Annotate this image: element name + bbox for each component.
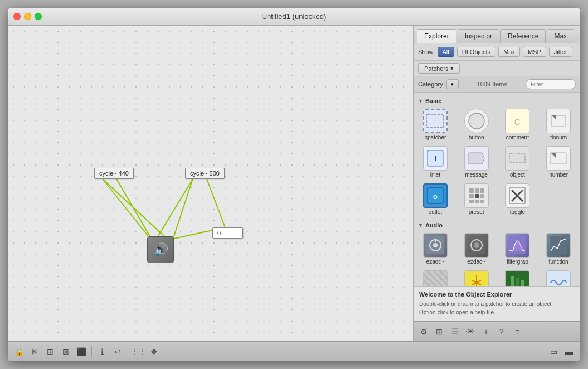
toolbar-right: ▭ ▬ xyxy=(547,345,576,358)
cycle-500-node[interactable]: cycle~ 500 xyxy=(185,168,225,179)
patchers-arrow: ▾ xyxy=(450,65,454,72)
traffic-lights xyxy=(13,13,42,20)
show-msp-button[interactable]: MSP xyxy=(523,47,546,57)
window-title: Untitled1 (unlocked) xyxy=(262,12,327,21)
ezdac-label: ezdac~ xyxy=(467,259,485,265)
info-button[interactable]: ℹ xyxy=(95,345,109,358)
snap-button[interactable]: ❖ xyxy=(147,345,161,358)
help-button[interactable]: ? xyxy=(495,325,508,338)
toggle-icon xyxy=(505,183,529,208)
bpatcher-icon xyxy=(423,109,448,133)
obj-object[interactable]: object xyxy=(498,144,537,179)
svg-rect-7 xyxy=(427,114,444,128)
basic-label: Basic xyxy=(425,98,441,104)
obj-ezdac[interactable]: ezdac~ xyxy=(457,231,496,266)
show-max-button[interactable]: Max xyxy=(498,47,520,57)
svg-rect-20 xyxy=(475,188,479,193)
show-all-button[interactable]: All xyxy=(438,47,454,57)
grid-button[interactable]: ⋮⋮ xyxy=(132,345,145,358)
tab-inspector[interactable]: Inspector xyxy=(458,29,499,43)
obj-ezadc[interactable]: ezadc~ xyxy=(416,231,455,266)
flonum-icon xyxy=(546,109,571,133)
tab-reference[interactable]: Reference xyxy=(500,29,546,43)
message-icon xyxy=(464,146,489,171)
right-panel: Explorer Inspector Reference Max Show Al… xyxy=(413,26,580,341)
button-label: button xyxy=(469,134,484,140)
connections-svg xyxy=(8,26,413,341)
preset-icon xyxy=(464,183,489,208)
obj-audio-r2-2[interactable] xyxy=(457,269,496,286)
minimize-button[interactable] xyxy=(24,13,31,20)
obj-inlet[interactable]: i inlet xyxy=(416,144,455,179)
audio-r2-1-icon xyxy=(423,270,448,286)
basic-section-header[interactable]: ▼ Basic xyxy=(416,96,578,106)
tab-bar: Explorer Inspector Reference Max xyxy=(414,26,580,43)
obj-comment[interactable]: c comment xyxy=(498,107,537,142)
tab-max[interactable]: Max xyxy=(547,29,574,43)
ezadc-icon xyxy=(423,233,448,258)
show-row: Show All UI Objects Max MSP Jitter xyxy=(414,43,580,61)
tab-explorer[interactable]: Explorer xyxy=(417,29,456,43)
svg-rect-23 xyxy=(475,194,479,198)
toolbar-sep-2 xyxy=(128,346,128,357)
button-icon xyxy=(464,109,489,133)
numbox-node[interactable]: 0. xyxy=(212,227,243,239)
obj-flonum[interactable]: flonum xyxy=(539,107,578,142)
gear-button[interactable]: ⚙ xyxy=(417,325,430,338)
lock-button[interactable]: 🔒 xyxy=(12,345,26,358)
menu-button[interactable]: ≡ xyxy=(511,325,524,338)
inlet-label: inlet xyxy=(430,172,440,178)
present-button[interactable]: ⬛ xyxy=(75,345,88,358)
svg-rect-45 xyxy=(521,280,524,286)
show-ui-button[interactable]: UI Objects xyxy=(457,47,495,57)
group2-button[interactable]: ⊠ xyxy=(59,345,72,358)
split-pane-button[interactable]: ▬ xyxy=(562,345,576,358)
single-pane-button[interactable]: ▭ xyxy=(547,345,560,358)
group1-button[interactable]: ⊞ xyxy=(43,345,57,358)
add-button[interactable]: + xyxy=(479,325,493,338)
welcome-title: Welcome to the Object Explorer xyxy=(419,291,575,298)
close-button[interactable] xyxy=(13,13,21,20)
audio-r2-3-icon xyxy=(505,270,529,286)
svg-text:c: c xyxy=(514,114,521,128)
filter-input[interactable] xyxy=(526,79,576,89)
back-button[interactable]: ↩ xyxy=(111,345,124,358)
obj-message[interactable]: message xyxy=(457,144,496,179)
function-icon xyxy=(546,233,571,258)
obj-audio-r2-3[interactable] xyxy=(498,269,537,286)
fullscreen-button[interactable] xyxy=(35,13,42,20)
object-label: object xyxy=(510,172,525,178)
patchers-label: Patchers xyxy=(424,65,448,72)
patchers-button[interactable]: Patchers ▾ xyxy=(418,63,460,74)
preset-label: preset xyxy=(469,209,484,215)
audio-r2-2-icon xyxy=(464,270,489,286)
patcher-canvas[interactable]: cycle~ 440 cycle~ 500 0. 🔊 xyxy=(8,26,413,341)
obj-outlet[interactable]: o outlet xyxy=(416,182,455,217)
patchers-row: Patchers ▾ xyxy=(414,61,580,76)
obj-audio-r2-1[interactable] xyxy=(416,269,455,286)
obj-toggle[interactable]: toggle xyxy=(498,182,537,217)
show-jitter-button[interactable]: Jitter xyxy=(549,47,572,57)
obj-button[interactable]: button xyxy=(457,107,496,142)
bpatcher-label: bpatcher xyxy=(424,134,446,140)
copy-button[interactable]: ⎘ xyxy=(28,345,41,358)
audio-section-header[interactable]: ▼ Audio xyxy=(416,220,578,230)
obj-bpatcher[interactable]: bpatcher xyxy=(416,107,455,142)
list-view-button[interactable]: ☰ xyxy=(448,325,461,338)
obj-function[interactable]: function xyxy=(539,231,578,266)
svg-rect-21 xyxy=(480,188,484,193)
svg-rect-19 xyxy=(469,188,474,193)
grid-view-button[interactable]: ⊞ xyxy=(433,325,446,338)
cycle-440-node[interactable]: cycle~ 440 xyxy=(94,168,134,179)
eye-button[interactable]: 👁 xyxy=(464,325,477,338)
obj-audio-r2-4[interactable]: ~ xyxy=(539,269,578,286)
filtergraph-icon xyxy=(505,233,529,258)
obj-filtergraph[interactable]: filtergrap xyxy=(498,231,537,266)
filtergraph-label: filtergrap xyxy=(507,259,528,265)
category-dropdown[interactable]: ▾ xyxy=(446,79,459,89)
function-label: function xyxy=(549,259,568,265)
obj-preset[interactable]: preset xyxy=(457,182,496,217)
obj-number[interactable]: number xyxy=(539,144,578,179)
comment-icon: c xyxy=(505,109,529,133)
speaker-node[interactable]: 🔊 xyxy=(147,236,174,263)
